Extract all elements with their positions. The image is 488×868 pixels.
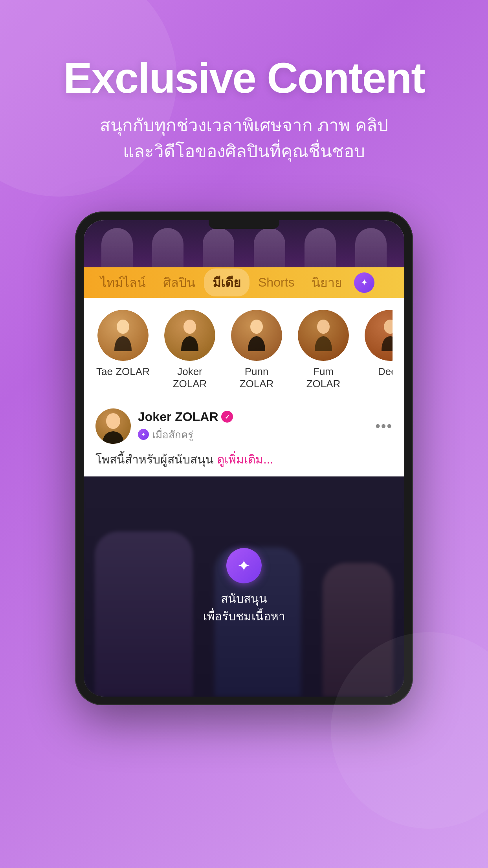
post-author-name: Joker ZOLAR ✓: [138, 410, 233, 424]
svg-point-1: [183, 320, 196, 334]
artist-avatar-punn: [231, 310, 282, 361]
svg-point-0: [117, 320, 129, 334]
artist-avatar-tae: [97, 310, 149, 361]
artist-item-fum[interactable]: Fum ZOLAR: [296, 310, 351, 390]
artist-avatar-inner-tae: [97, 310, 149, 361]
artist-name-deen: Deen: [378, 366, 393, 378]
banner-figure-1: [101, 228, 133, 267]
artist-item-deen[interactable]: Deen: [363, 310, 393, 378]
post-section: Joker ZOLAR ✓ เมื่อสักครู่ ••• โพสนี้สำห…: [84, 398, 404, 476]
banner-figure-3: [203, 228, 234, 267]
artist-avatar-inner-deen: [365, 310, 393, 361]
artist-name-tae: Tae ZOLAR: [96, 366, 150, 378]
artist-name-joker: Joker ZOLAR: [162, 366, 217, 390]
banner-figure-2: [152, 228, 183, 267]
post-content-text: โพสนี้สำหรับผู้สนับสนุน ดูเพิ่มเติม...: [95, 450, 393, 469]
subscribe-overlay: สนับสนุน เพื่อรับชมเนื้อหา: [203, 548, 285, 625]
phone-notch: [209, 220, 279, 229]
artist-avatar-inner-punn: [231, 310, 282, 361]
banner-figure-5: [305, 228, 336, 267]
more-options-button[interactable]: •••: [375, 418, 393, 434]
artist-item-tae[interactable]: Tae ZOLAR: [95, 310, 150, 378]
artists-row: Tae ZOLAR Joker ZOLAR: [95, 310, 393, 390]
tab-novel[interactable]: นิยาย: [303, 268, 351, 296]
artist-item-punn[interactable]: Punn ZOLAR: [229, 310, 284, 390]
artist-avatar-fum: [298, 310, 349, 361]
artist-avatar-inner-joker: [164, 310, 215, 361]
post-author: Joker ZOLAR ✓ เมื่อสักครู่: [95, 408, 233, 444]
hero-subtitle-line1: สนุกกับทุกช่วงเวลาพิเศษจาก ภาพ คลิป: [100, 116, 388, 135]
svg-point-4: [384, 320, 393, 334]
banner-figure-6: [355, 228, 387, 267]
post-header: Joker ZOLAR ✓ เมื่อสักครู่ •••: [95, 408, 393, 444]
artist-item-joker[interactable]: Joker ZOLAR: [162, 310, 217, 390]
tab-media[interactable]: มีเดีย: [204, 268, 250, 296]
hero-title: Exclusive Content: [31, 55, 457, 101]
see-more-link[interactable]: ดูเพิ่มเติม...: [217, 453, 273, 466]
verified-badge: ✓: [221, 411, 233, 423]
hero-subtitle: สนุกกับทุกช่วงเวลาพิเศษจาก ภาพ คลิป และว…: [31, 112, 457, 164]
artist-avatar-deen: [365, 310, 393, 361]
artist-name-punn: Punn ZOLAR: [229, 366, 284, 390]
phone-screen: ไทม์ไลน์ ศิลปิน มีเดีย Shorts นิยาย: [84, 220, 404, 697]
tab-timeline[interactable]: ไทม์ไลน์: [92, 268, 154, 296]
subscribe-icon: [226, 548, 262, 583]
blurred-content: สนับสนุน เพื่อรับชมเนื้อหา: [84, 476, 404, 697]
premium-tab-button[interactable]: [354, 272, 374, 293]
tab-bar: ไทม์ไลน์ ศิลปิน มีเดีย Shorts นิยาย: [84, 267, 404, 298]
artist-name-fum: Fum ZOLAR: [296, 366, 351, 390]
hero-section: Exclusive Content สนุกกับทุกช่วงเวลาพิเศ…: [0, 0, 488, 188]
svg-point-5: [106, 413, 120, 429]
hero-subtitle-line2: และวิดีโอของศิลปินที่คุณชื่นชอบ: [123, 142, 365, 161]
phone-wrapper: ไทม์ไลน์ ศิลปิน มีเดีย Shorts นิยาย: [0, 211, 488, 705]
tab-shorts[interactable]: Shorts: [250, 271, 303, 294]
tab-artist[interactable]: ศิลปิน: [154, 268, 204, 296]
svg-point-2: [250, 320, 263, 334]
artist-avatar-joker: [164, 310, 215, 361]
phone-frame: ไทม์ไลน์ ศิลปิน มีเดีย Shorts นิยาย: [75, 211, 413, 705]
post-avatar: [95, 408, 131, 444]
post-author-info: Joker ZOLAR ✓ เมื่อสักครู่: [138, 410, 233, 443]
subscribe-text: สนับสนุน เพื่อรับชมเนื้อหา: [203, 590, 285, 625]
svg-point-3: [317, 320, 330, 334]
time-dot-icon: [138, 429, 149, 440]
artists-section: Tae ZOLAR Joker ZOLAR: [84, 298, 404, 398]
post-time: เมื่อสักครู่: [138, 427, 233, 443]
artist-avatar-inner-fum: [298, 310, 349, 361]
banner-figure-4: [254, 228, 285, 267]
